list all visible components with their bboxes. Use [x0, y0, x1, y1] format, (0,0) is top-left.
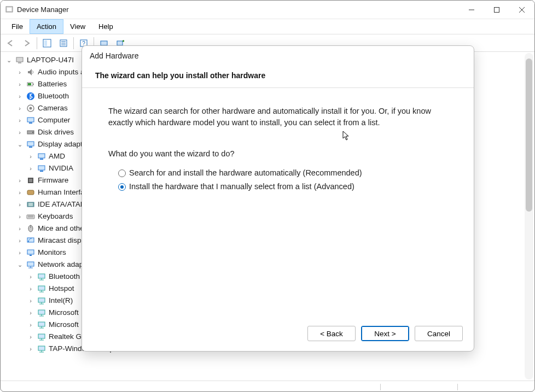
svg-rect-21: [33, 84, 34, 85]
tree-item-label: Bluetooth: [49, 271, 80, 283]
svg-point-49: [28, 241, 29, 242]
tree-item-label: Keyboards: [38, 210, 73, 223]
chevron-right-icon[interactable]: ›: [27, 162, 34, 174]
chevron-right-icon[interactable]: ›: [27, 295, 34, 307]
mouse-icon: [26, 224, 36, 233]
tree-item-label: Microsoft: [49, 319, 79, 331]
disk-icon: [26, 127, 36, 137]
tree-item-label: Firmware: [38, 174, 68, 186]
svg-rect-15: [117, 41, 123, 45]
net-icon: [37, 332, 46, 342]
chevron-right-icon[interactable]: ›: [27, 283, 34, 295]
monitor-icon: [26, 248, 36, 258]
scrollbar-thumb[interactable]: [526, 58, 532, 212]
dialog-title: Add Hardware: [82, 46, 474, 66]
tree-item-label: AMD: [49, 150, 65, 162]
properties-button[interactable]: [56, 36, 71, 50]
chevron-down-icon[interactable]: ⌄: [16, 138, 24, 150]
tree-item-label: Microsoft: [49, 307, 79, 319]
chevron-right-icon[interactable]: ›: [27, 331, 34, 343]
back-button[interactable]: < Back: [307, 326, 356, 341]
next-button[interactable]: Next >: [361, 326, 409, 341]
chevron-right-icon[interactable]: ›: [16, 126, 24, 138]
network-icon: [26, 260, 36, 270]
svg-rect-38: [27, 190, 34, 195]
display-icon: [37, 163, 46, 173]
chevron-right-icon[interactable]: ›: [16, 235, 24, 247]
nav-forward-button[interactable]: [19, 36, 34, 50]
scrollbar-vertical[interactable]: [525, 53, 533, 379]
chevron-right-icon[interactable]: ›: [27, 307, 34, 319]
chevron-right-icon[interactable]: ›: [16, 90, 24, 102]
maximize-button[interactable]: [484, 1, 509, 19]
dialog-description: The wizard can search for other hardware…: [108, 106, 447, 128]
tree-root-label: LAPTOP-U47I: [27, 54, 74, 66]
svg-rect-50: [27, 250, 34, 254]
menu-file[interactable]: File: [5, 19, 30, 34]
svg-rect-14: [101, 41, 107, 45]
chevron-right-icon[interactable]: ›: [16, 223, 24, 235]
ide-icon: [26, 200, 36, 209]
chevron-down-icon[interactable]: ⌄: [16, 259, 24, 271]
tree-item-label: Monitors: [38, 247, 66, 259]
tree-item-label: Batteries: [38, 78, 67, 90]
chevron-right-icon[interactable]: ›: [16, 78, 24, 90]
radio-label-auto: Search for and install the hardware auto…: [129, 167, 362, 179]
svg-rect-34: [38, 166, 45, 170]
show-hide-tree-button[interactable]: [39, 36, 55, 50]
battery-icon: [26, 79, 36, 89]
chevron-right-icon[interactable]: ›: [27, 271, 34, 283]
svg-rect-19: [18, 62, 21, 63]
chevron-right-icon[interactable]: ›: [16, 186, 24, 198]
radio-option-auto[interactable]: Search for and install the hardware auto…: [118, 167, 447, 179]
svg-rect-35: [40, 171, 43, 172]
dialog-heading: The wizard can help you install other ha…: [82, 66, 474, 88]
tree-item-label: NVIDIA: [49, 162, 73, 174]
svg-rect-55: [38, 274, 45, 278]
net-icon: [37, 296, 46, 306]
svg-rect-52: [27, 262, 34, 266]
keyboard-icon: [26, 212, 36, 221]
net-icon: [37, 284, 46, 294]
cancel-button[interactable]: Cancel: [415, 326, 463, 341]
radio-icon[interactable]: [118, 183, 126, 191]
chevron-right-icon[interactable]: ›: [16, 66, 24, 78]
camera-icon: [26, 103, 36, 113]
svg-rect-33: [40, 159, 43, 160]
chevron-right-icon[interactable]: ›: [16, 210, 24, 223]
svg-rect-70: [38, 334, 45, 338]
svg-rect-1: [7, 8, 11, 11]
chevron-right-icon[interactable]: ›: [27, 343, 34, 355]
close-button[interactable]: [509, 1, 534, 19]
radio-icon[interactable]: [118, 169, 126, 177]
dialog-question: What do you want the wizard to do?: [108, 148, 447, 160]
window-title: Device Manager: [17, 5, 459, 14]
chevron-right-icon[interactable]: ›: [27, 319, 34, 331]
svg-rect-18: [16, 57, 23, 62]
nav-back-button[interactable]: [3, 36, 18, 50]
menu-help[interactable]: Help: [92, 19, 120, 34]
chevron-right-icon[interactable]: ›: [16, 198, 24, 210]
chevron-right-icon[interactable]: ›: [16, 247, 24, 259]
radio-label-manual: Install the hardware that I manually sel…: [129, 181, 354, 192]
svg-point-29: [32, 132, 33, 133]
chevron-right-icon[interactable]: ›: [27, 150, 34, 162]
net-icon: [37, 320, 46, 330]
tree-item-label: Disk drives: [38, 126, 74, 138]
svg-rect-22: [28, 83, 31, 85]
chevron-right-icon[interactable]: ›: [16, 114, 24, 126]
chevron-right-icon[interactable]: ›: [16, 174, 24, 186]
bluetooth-icon: [26, 91, 36, 101]
radio-option-manual[interactable]: Install the hardware that I manually sel…: [118, 181, 447, 192]
chevron-down-icon[interactable]: ⌄: [5, 54, 13, 66]
tree-item-label: Cameras: [38, 102, 68, 114]
menu-view[interactable]: View: [63, 19, 92, 34]
svg-rect-64: [38, 310, 45, 314]
titlebar: Device Manager: [1, 1, 534, 19]
minimize-button[interactable]: [459, 1, 484, 19]
audio-icon: [26, 67, 36, 77]
menu-action[interactable]: Action: [30, 19, 63, 34]
menubar: File Action View Help: [1, 19, 534, 34]
svg-point-25: [30, 107, 32, 110]
chevron-right-icon[interactable]: ›: [16, 102, 24, 114]
